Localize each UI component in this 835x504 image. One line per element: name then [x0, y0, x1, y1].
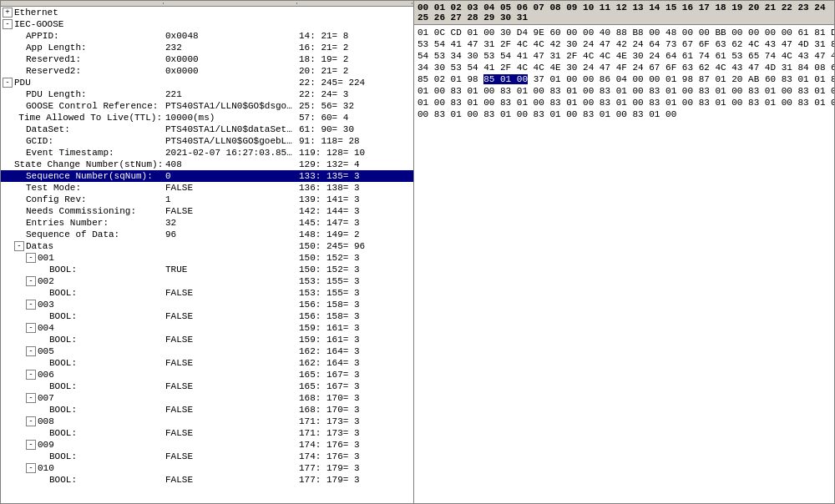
- col-header-segment: [1, 3, 164, 4]
- tree-row[interactable]: Config Rev:1139: 141= 3: [1, 194, 413, 205]
- cell-segment: PDU Length:: [1, 89, 164, 99]
- tree-row[interactable]: DataSet:PTS40STA1/LLN0$dataSetLCGM161: 9…: [1, 123, 413, 135]
- tree-row[interactable]: BOOL:FALSE162: 164= 3: [1, 357, 413, 369]
- tree-toggle[interactable]: -: [3, 19, 13, 29]
- tree-container[interactable]: +Ethernet-IEC-GOOSEAPPID:0x004814: 21= 8…: [1, 7, 413, 503]
- cell-val: 0x0000: [164, 66, 297, 76]
- tree-row[interactable]: Time Allowed To Live(TTL):10000(ms)57: 6…: [1, 112, 413, 123]
- cell-offset: 153: 155= 3: [297, 288, 412, 298]
- cell-offset: 165: 167= 3: [297, 370, 412, 380]
- hex-container[interactable]: 01 0C CD 01 00 30 D4 9E 60 00 00 40 88 B…: [414, 25, 834, 503]
- tree-toggle[interactable]: -: [26, 300, 36, 310]
- cell-offset: 20: 21= 2: [297, 66, 412, 76]
- cell-segment: -010: [1, 463, 164, 473]
- tree-row[interactable]: Sequence Number(sqNum):0133: 135= 3: [1, 170, 413, 182]
- segment-label: State Change Number(stNum):: [14, 159, 163, 169]
- tree-row[interactable]: BOOL:FALSE165: 167= 3: [1, 381, 413, 392]
- tree-row[interactable]: Needs Commissioning:FALSE142: 144= 3: [1, 205, 413, 217]
- tree-row[interactable]: -002153: 155= 3: [1, 275, 413, 287]
- cell-segment: -003: [1, 300, 164, 310]
- tree-row[interactable]: -010177: 179= 3: [1, 462, 413, 474]
- cell-offset: 177: 179= 3: [297, 463, 412, 473]
- tree-toggle[interactable]: -: [26, 370, 36, 380]
- tree-row[interactable]: Event Timestamp:2021-02-07 16:27:03.8562…: [1, 147, 413, 159]
- cell-offset: 150: 152= 3: [297, 253, 412, 263]
- cell-segment: Needs Commissioning:: [1, 206, 164, 216]
- hex-highlight: 85 01 00: [483, 74, 528, 84]
- segment-label: Reserved2:: [26, 66, 81, 76]
- cell-val: FALSE: [164, 451, 297, 461]
- cell-segment: State Change Number(stNum):: [1, 159, 164, 169]
- cell-segment: GOOSE Control Reference:: [1, 101, 164, 111]
- segment-label: Entries Number:: [26, 218, 109, 228]
- tree-row[interactable]: -PDU22: 245= 224: [1, 77, 413, 88]
- tree-row[interactable]: Test Mode:FALSE136: 138= 3: [1, 182, 413, 194]
- tree-toggle[interactable]: +: [3, 8, 13, 18]
- tree-row[interactable]: Reserved2:0x000020: 21= 2: [1, 65, 413, 77]
- tree-toggle[interactable]: -: [14, 241, 24, 251]
- cell-val: PTS40STA/LLN0$GO$goebLCGM1: [164, 136, 297, 146]
- tree-row[interactable]: -IEC-GOOSE: [1, 18, 413, 30]
- tree-toggle[interactable]: -: [26, 440, 36, 450]
- tree-row[interactable]: -005162: 164= 3: [1, 345, 413, 357]
- tree-row[interactable]: BOOL:FALSE171: 173= 3: [1, 427, 413, 439]
- tree-row[interactable]: -006165: 167= 3: [1, 369, 413, 381]
- segment-label: PDU Length:: [26, 89, 87, 99]
- tree-row[interactable]: +Ethernet: [1, 7, 413, 18]
- cell-segment: -006: [1, 370, 164, 380]
- tree-row[interactable]: GOOSE Control Reference:PTS40STA1/LLN0$G…: [1, 100, 413, 112]
- cell-segment: -009: [1, 440, 164, 450]
- tree-row[interactable]: -009174: 176= 3: [1, 439, 413, 451]
- cell-segment: -007: [1, 393, 164, 403]
- cell-val: 32: [164, 218, 297, 228]
- cell-offset: 18: 19= 2: [297, 54, 412, 64]
- cell-offset: 150: 152= 3: [297, 265, 412, 275]
- tree-row[interactable]: BOOL:FALSE159: 161= 3: [1, 334, 413, 345]
- tree-row[interactable]: -003156: 158= 3: [1, 299, 413, 310]
- cell-offset: 177: 179= 3: [297, 475, 412, 485]
- cell-offset: 25: 56= 32: [297, 101, 412, 111]
- segment-label: 007: [38, 393, 54, 403]
- cell-val: FALSE: [164, 288, 297, 298]
- tree-row[interactable]: -001150: 152= 3: [1, 252, 413, 264]
- tree-row[interactable]: GCID:PTS40STA/LLN0$GO$goebLCGM191: 118= …: [1, 135, 413, 147]
- cell-segment: -002: [1, 276, 164, 286]
- cell-val: 2021-02-07 16:27:03.856256545 Tq: 00: [164, 148, 297, 158]
- tree-row[interactable]: BOOL:FALSE153: 155= 3: [1, 287, 413, 299]
- tree-toggle[interactable]: -: [3, 78, 13, 88]
- segment-label: 001: [38, 253, 54, 263]
- segment-label: Config Rev:: [26, 194, 87, 204]
- tree-row[interactable]: Sequence of Data:96148: 149= 2: [1, 229, 413, 240]
- tree-row[interactable]: BOOL:FALSE177: 179= 3: [1, 474, 413, 486]
- hex-line: 54 53 34 30 53 54 41 47 31 2F 4C 4C 4E 3…: [418, 50, 831, 62]
- cell-segment: BOOL:: [1, 358, 164, 368]
- tree-row[interactable]: -007168: 170= 3: [1, 392, 413, 404]
- cell-offset: 61: 90= 30: [297, 124, 412, 134]
- tree-toggle[interactable]: -: [26, 323, 36, 333]
- tree-toggle[interactable]: -: [26, 393, 36, 403]
- tree-row[interactable]: BOOL:TRUE150: 152= 3: [1, 264, 413, 275]
- tree-toggle[interactable]: -: [26, 416, 36, 426]
- tree-row[interactable]: Reserved1:0x000018: 19= 2: [1, 53, 413, 65]
- tree-row[interactable]: State Change Number(stNum):408129: 132= …: [1, 159, 413, 170]
- tree-row[interactable]: -Datas150: 245= 96: [1, 240, 413, 252]
- tree-toggle[interactable]: -: [26, 276, 36, 286]
- tree-toggle[interactable]: -: [26, 463, 36, 473]
- tree-row[interactable]: BOOL:FALSE174: 176= 3: [1, 451, 413, 462]
- tree-row[interactable]: -008171: 173= 3: [1, 416, 413, 427]
- segment-label: Needs Commissioning:: [26, 206, 136, 216]
- cell-offset: 156: 158= 3: [297, 300, 412, 310]
- hex-line: 53 54 41 47 31 2F 4C 4C 42 30 24 47 42 2…: [418, 38, 831, 50]
- tree-row[interactable]: -004159: 161= 3: [1, 322, 413, 334]
- tree-toggle[interactable]: -: [26, 253, 36, 263]
- tree-row[interactable]: PDU Length:22122: 24= 3: [1, 88, 413, 100]
- tree-row[interactable]: APPID:0x004814: 21= 8: [1, 30, 413, 42]
- tree-toggle[interactable]: -: [26, 346, 36, 356]
- segment-label: Sequence of Data:: [26, 229, 119, 239]
- tree-row[interactable]: Entries Number:32145: 147= 3: [1, 217, 413, 229]
- tree-row[interactable]: App Length:23216: 21= 2: [1, 42, 413, 53]
- tree-row[interactable]: BOOL:FALSE156: 158= 3: [1, 310, 413, 322]
- tree-row[interactable]: BOOL:FALSE168: 170= 3: [1, 404, 413, 416]
- cell-val: FALSE: [164, 335, 297, 345]
- cell-segment: BOOL:: [1, 451, 164, 461]
